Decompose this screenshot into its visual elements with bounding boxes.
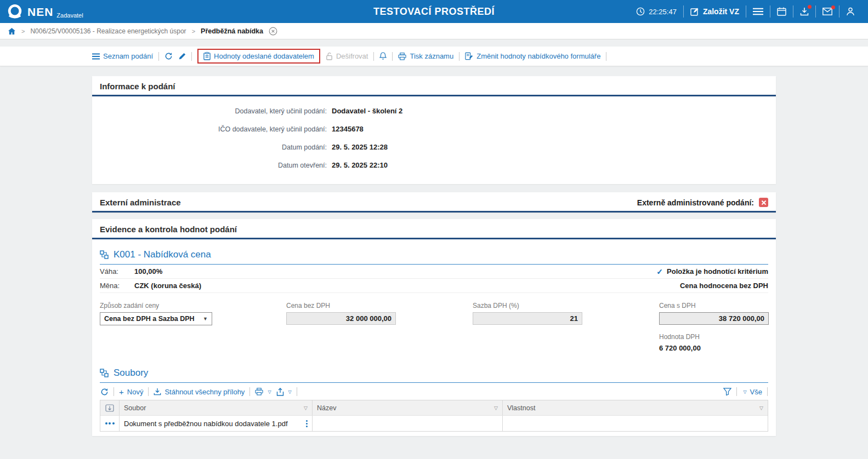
print-record-button[interactable]: Tisk záznamu — [398, 52, 453, 60]
section-header: Informace k podání — [92, 76, 776, 96]
column-header-property[interactable]: Vlastnost ▽ — [503, 400, 768, 415]
price-method-select[interactable]: Cena bez DPH a Sazba DPH ▼ — [100, 312, 212, 325]
files-table: Soubor ▽ Název ▽ Vlastnost ▽ — [100, 400, 768, 432]
nen-logo-icon — [7, 3, 23, 20]
column-header-name[interactable]: Název ▽ — [313, 400, 503, 415]
files-table-header: Soubor ▽ Název ▽ Vlastnost ▽ — [100, 400, 768, 415]
main-menu-button[interactable] — [746, 0, 770, 23]
price-form: Způsob zadání ceny Cena bez DPH a Sazba … — [100, 302, 768, 352]
messages-button[interactable] — [816, 0, 839, 23]
user-profile-button[interactable] — [839, 0, 861, 23]
price-incl-field: Cena s DPH Hodnota DPH 6 720 000,00 — [659, 302, 769, 352]
toolbar-separator — [606, 52, 606, 61]
column-label: Soubor — [124, 404, 146, 412]
files-refresh-button[interactable] — [100, 388, 109, 396]
price-excl-input[interactable] — [286, 312, 396, 325]
values-sent-button-highlighted[interactable]: Hodnoty odeslané dodavatelem — [197, 49, 320, 64]
home-icon[interactable] — [8, 27, 16, 35]
view-all-filter-button[interactable]: ▽ Vše — [742, 388, 762, 396]
check-icon: ✓ — [656, 267, 663, 276]
price-incl-input[interactable] — [659, 312, 769, 325]
info-rows: Dodavatel, který učinil podání: Dodavate… — [92, 96, 776, 184]
vat-amount-field: Hodnota DPH 6 720 000,00 — [659, 333, 769, 352]
nen-logo[interactable]: NEN Zadavatel — [7, 3, 83, 20]
files-toolbar: + Nový Stáhnout všechny přílohy ▽ — [100, 383, 768, 400]
column-label: Název — [317, 404, 336, 412]
criterion-note: ✓ Položka je hodnotící kritérium — [656, 267, 768, 276]
top-header-bar: NEN Zadavatel TESTOVACÍ PROSTŘEDÍ 22:25:… — [0, 0, 868, 23]
section-title: Evidence a kontrola hodnot podání — [100, 225, 237, 234]
command-toolbar: Seznam podání Hodnoty odeslané dodavatel… — [92, 47, 776, 66]
calendar-icon — [777, 7, 786, 16]
files-print-button[interactable]: ▽ — [255, 388, 271, 395]
files-export-button[interactable]: ▽ — [276, 388, 292, 396]
section-header: Externí administrace Externě administrov… — [92, 192, 776, 213]
toolbar-separator — [191, 52, 192, 61]
download-all-label: Stáhnout všechny přílohy — [164, 388, 245, 396]
change-form-values-button[interactable]: Změnit hodnoty nabídkového formuláře — [465, 52, 600, 60]
name-cell — [313, 416, 503, 431]
select-column-header[interactable] — [100, 400, 120, 415]
download-all-button[interactable]: Stáhnout všechny přílohy — [154, 388, 245, 396]
export-icon — [276, 388, 284, 396]
command-toolbar-band: Seznam podání Hodnoty odeslané dodavatel… — [0, 47, 868, 66]
field-label: Dodavatel, který učinil podání: — [92, 107, 332, 115]
printer-icon — [398, 53, 406, 60]
column-label: Vlastnost — [507, 404, 535, 412]
dropdown-arrow-icon: ▽ — [743, 389, 746, 394]
currency-value: CZK (koruna česká) — [134, 282, 201, 290]
downloads-button[interactable] — [793, 0, 815, 23]
price-method-label: Způsob zadání ceny — [100, 302, 286, 309]
table-row[interactable]: Dokument s předběžnou nabídkou dodavatel… — [100, 415, 768, 431]
dropdown-arrow-icon: ▽ — [288, 389, 292, 394]
info-row-opened: Datum otevření: 29. 5. 2025 22:10 — [92, 156, 776, 174]
close-tab-icon[interactable] — [269, 27, 277, 36]
vat-rate-input[interactable] — [473, 312, 582, 325]
refresh-button[interactable] — [164, 52, 173, 60]
row-options-icon — [105, 422, 115, 424]
field-label: IČO dodavatele, který učinil podání: — [92, 125, 332, 133]
create-vz-button[interactable]: Založit VZ — [684, 0, 746, 23]
row-handle-cell[interactable] — [100, 416, 120, 431]
column-header-file[interactable]: Soubor ▽ — [120, 400, 313, 415]
person-icon — [846, 7, 855, 16]
file-cell[interactable]: Dokument s předběžnou nabídkou dodavatel… — [120, 416, 313, 431]
field-value: Dodavatel - školení 2 — [332, 107, 402, 115]
column-filter-icon[interactable]: ▽ — [304, 405, 308, 411]
breadcrumb: > N006/25/V00005136 - Realizace energeti… — [0, 23, 868, 39]
clock-group: 22:25:47 — [629, 0, 683, 23]
printer-icon — [255, 388, 263, 395]
breadcrumb-chevron: > — [21, 28, 25, 35]
refresh-icon — [164, 52, 173, 60]
files-block: Soubory + Nový Stáhnout všechny přílohy — [100, 368, 768, 432]
clipboard-icon — [203, 52, 211, 60]
toolbar-separator — [392, 52, 393, 61]
toolbar-separator — [249, 387, 250, 396]
info-row-ico: IČO dodavatele, který učinil podání: 123… — [92, 120, 776, 138]
edit-square-icon — [690, 7, 699, 16]
column-filter-icon[interactable]: ▽ — [759, 405, 763, 411]
bell-icon — [379, 52, 387, 60]
price-incl-label: Cena s DPH — [659, 302, 769, 309]
row-menu-icon[interactable] — [306, 420, 308, 427]
weight-row: Váha: 100,00% ✓ Položka je hodnotící kri… — [100, 265, 768, 279]
notification-badge — [808, 5, 812, 9]
notification-badge — [831, 5, 835, 9]
toolbar-separator — [459, 52, 459, 61]
select-column-icon — [105, 404, 114, 412]
calendar-button[interactable] — [770, 0, 793, 23]
field-value: 29. 5. 2025 22:10 — [332, 161, 388, 169]
criterion-note-label: Položka je hodnotící kritérium — [667, 267, 768, 276]
column-filter-icon[interactable]: ▽ — [494, 405, 498, 411]
clock-icon — [636, 7, 645, 16]
submission-info-section: Informace k podání Dodavatel, který učin… — [92, 76, 776, 184]
notifications-button[interactable] — [379, 52, 387, 60]
edit-button[interactable] — [178, 53, 186, 60]
filter-button[interactable] — [723, 388, 731, 395]
criterion-k001-block: K001 - Nabídková cena Váha: 100,00% ✓ Po… — [100, 249, 768, 352]
values-sent-label: Hodnoty odeslané dodavatelem — [214, 52, 314, 60]
list-submissions-button[interactable]: Seznam podání — [92, 52, 153, 60]
new-file-button[interactable]: + Nový — [119, 388, 143, 396]
price-method-field: Způsob zadání ceny Cena bez DPH a Sazba … — [100, 302, 286, 352]
breadcrumb-contract[interactable]: N006/25/V00005136 - Realizace energetick… — [30, 27, 186, 35]
